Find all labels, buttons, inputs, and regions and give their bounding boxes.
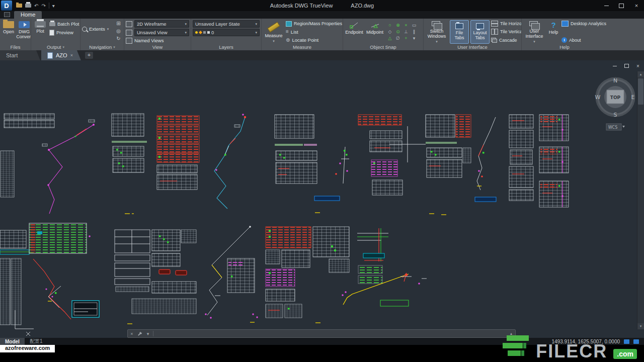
zoom-extents-button[interactable]: Extents ▾: [82, 25, 109, 33]
help-button[interactable]: ? Help: [547, 20, 560, 44]
region-mass-properties-button[interactable]: Region/Mass Properties: [286, 20, 342, 27]
tab-home[interactable]: Home: [14, 11, 42, 19]
ribbon-panel-files: Open DWG Convert Files: [0, 19, 31, 50]
workspace-icon[interactable]: [4, 12, 10, 17]
ribbon-panel-layers: Unsaved Layer State ▾ 0 ▾ Layers: [191, 19, 262, 50]
list-button[interactable]: ≡ List: [286, 28, 342, 35]
snap-insert-icon[interactable]: +: [402, 35, 410, 41]
user-interface-icon: [529, 21, 538, 26]
tab-start[interactable]: Start: [0, 50, 40, 60]
undo-icon[interactable]: ↶: [34, 3, 38, 9]
redo-icon[interactable]: ↷: [41, 3, 45, 9]
ribbon-tab-row: Home: [0, 11, 644, 19]
snap-node-icon[interactable]: ⊗: [394, 22, 402, 28]
cascade-button[interactable]: Cascade: [491, 37, 521, 44]
midpoint-snap-button[interactable]: Midpoint: [365, 20, 384, 44]
drawing-canvas[interactable]: TOP N W E S WCS × ▴ ▾ × ▾: [0, 60, 644, 338]
measure-button[interactable]: Measure ▾: [263, 20, 284, 44]
close-tab-icon[interactable]: ×: [70, 53, 73, 58]
steering-wheel-icon[interactable]: ◎: [115, 28, 122, 34]
endpoint-snap-button[interactable]: Endpoint: [345, 20, 364, 44]
panel-label-files: Files: [0, 44, 31, 50]
close-button[interactable]: ×: [629, 0, 644, 11]
compass-east: E: [631, 94, 635, 101]
dwg-convert-button[interactable]: DWG Convert: [17, 20, 31, 44]
command-line-dock: × ▾ ▴: [127, 329, 516, 338]
viewcube: TOP N W E S WCS: [595, 77, 635, 130]
maximize-button[interactable]: [614, 0, 629, 11]
open-icon[interactable]: [16, 4, 22, 8]
panel-dropdown-icon[interactable]: ▾: [63, 45, 65, 49]
scroll-down-icon[interactable]: ▾: [637, 323, 644, 329]
plot-icon[interactable]: [25, 4, 31, 8]
snap-intersection-icon[interactable]: ×: [402, 22, 410, 28]
current-layer-value: 0: [211, 30, 214, 35]
batch-plot-button[interactable]: Batch Plot: [49, 20, 79, 28]
separator: [153, 331, 153, 336]
snap-perpendicular-icon[interactable]: ⊥: [402, 28, 410, 35]
doc-restore-button[interactable]: [623, 63, 629, 68]
snap-tangent-icon[interactable]: ⊙: [394, 28, 402, 35]
cluster-red-table-bottom: [266, 227, 311, 318]
locate-point-button[interactable]: ⊕ Locate Point: [286, 37, 342, 44]
cluster-grid-e: [313, 227, 349, 273]
vertical-scrollbar[interactable]: ▴ ▾: [637, 71, 644, 329]
snap-none-icon[interactable]: ∅: [394, 35, 402, 41]
visual-style-dropdown[interactable]: 2D Wireframe ▾: [134, 20, 189, 28]
zoom-window-icon[interactable]: ⊞: [115, 20, 122, 27]
compass-south: S: [614, 112, 617, 118]
extents-dropdown-icon[interactable]: ▾: [107, 27, 109, 31]
minimize-button[interactable]: [599, 0, 614, 11]
app-menu-button[interactable]: D: [1, 1, 12, 11]
layer-dropdown[interactable]: 0 ▾: [193, 29, 260, 36]
named-views-button[interactable]: Named Views: [126, 37, 189, 44]
model-tab[interactable]: Model: [0, 338, 25, 345]
cluster-big-table-zigzag: [29, 223, 99, 319]
scroll-up-icon[interactable]: ▴: [637, 71, 644, 77]
view-state-row: Unsaved View ▾: [126, 29, 189, 36]
tile-vertically-button[interactable]: Tile Vertically: [491, 28, 521, 35]
command-close-icon[interactable]: ×: [128, 331, 136, 336]
doc-minimize-button[interactable]: [612, 63, 618, 68]
visual-style-row: 2D Wireframe ▾: [126, 20, 189, 28]
app-title: Autodesk DWG TrueView: [270, 3, 333, 9]
user-interface-button[interactable]: User Interface ▾: [523, 20, 545, 44]
scrollbar-thumb[interactable]: [638, 78, 643, 105]
cluster-right-stacks: [539, 115, 569, 207]
named-views-label: Named Views: [134, 38, 164, 43]
file-tabs-icon: [455, 23, 463, 29]
layout-tab[interactable]: 配置1: [25, 338, 48, 345]
cluster-grid-d: [152, 230, 196, 293]
snap-nearest-icon[interactable]: △: [386, 35, 394, 41]
panel-label-navigation: Navigation ▾: [80, 44, 124, 50]
tile-horizontally-button[interactable]: Tile Horizontally: [491, 20, 521, 27]
camera-icon: [126, 30, 132, 36]
snap-settings-icon[interactable]: ▾: [410, 35, 418, 41]
layout-tabs-toggle[interactable]: Layout Tabs: [470, 20, 490, 44]
command-input[interactable]: [154, 331, 507, 336]
open-button[interactable]: Open: [2, 20, 16, 44]
view-state-dropdown[interactable]: Unsaved View ▾: [134, 29, 189, 36]
doc-close-button[interactable]: ×: [635, 63, 641, 68]
maximize-icon: [619, 4, 624, 8]
snap-extension-icon[interactable]: ▭: [410, 22, 418, 28]
snap-parallel-icon[interactable]: ∥: [410, 28, 418, 35]
preview-button[interactable]: Preview: [49, 29, 79, 36]
snap-center-icon[interactable]: ○: [386, 22, 394, 28]
snap-quadrant-icon[interactable]: ◇: [386, 28, 394, 35]
new-tab-button[interactable]: +: [85, 52, 93, 59]
named-views-icon: [126, 38, 132, 44]
panel-dropdown-icon[interactable]: ▾: [113, 45, 115, 49]
desktop-analytics-button[interactable]: Desktop Analytics: [561, 20, 606, 27]
plot-button[interactable]: Plot: [33, 20, 48, 44]
file-tabs-toggle[interactable]: File Tabs: [450, 20, 469, 44]
recent-commands-icon[interactable]: ▾: [144, 331, 152, 336]
cad-drawing: TOP N W E S WCS: [0, 60, 644, 338]
about-button[interactable]: i About: [561, 37, 606, 44]
qat-customize-dropdown-icon[interactable]: ▾: [52, 3, 55, 9]
orbit-icon[interactable]: ↻: [115, 35, 122, 42]
layer-state-dropdown[interactable]: Unsaved Layer State ▾: [193, 20, 260, 28]
switch-windows-button[interactable]: Switch Windows ▾: [425, 20, 448, 44]
tab-azo[interactable]: AZO ×: [41, 50, 81, 60]
customize-wrench-icon[interactable]: [136, 331, 144, 336]
